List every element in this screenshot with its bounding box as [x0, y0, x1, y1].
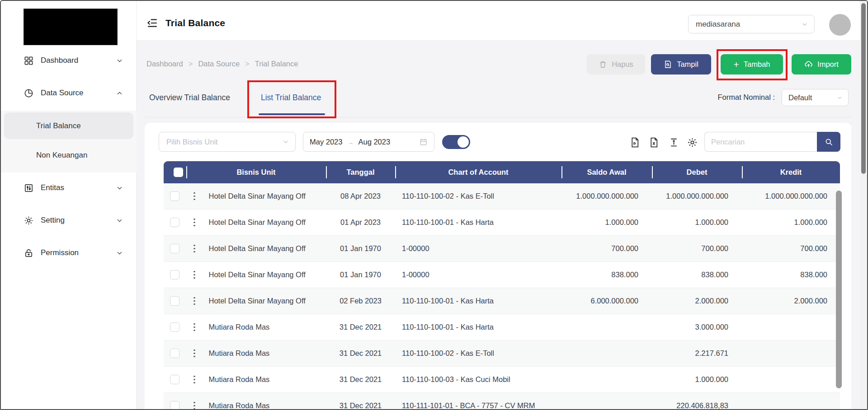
- row-kebab-menu-icon[interactable]: [191, 269, 198, 281]
- sidebar-item-data-source[interactable]: Data Source: [1, 83, 137, 103]
- bisnis-unit-cell: Hotel Delta Sinar Mayang Off: [209, 270, 306, 279]
- debet-cell: 2.000.000: [652, 297, 742, 305]
- tanggal-cell: 01 Jan 1970: [326, 244, 395, 253]
- delete-button-label: Hapus: [612, 60, 633, 69]
- row-kebab-menu-icon[interactable]: [191, 217, 198, 228]
- debet-cell: 1.000.000.000.000: [652, 192, 742, 200]
- sidebar-item-trial-balance[interactable]: Trial Balance: [4, 112, 133, 139]
- breadcrumb-separator: >: [189, 60, 193, 68]
- sidebar-item-non-keuangan[interactable]: Non Keuangan: [36, 148, 87, 163]
- debet-cell: 2.217.671: [652, 349, 742, 358]
- chevron-down-icon: [837, 95, 843, 101]
- tab-label: Overview Trial Balance: [149, 93, 230, 102]
- window-scrollbar-thumb[interactable]: [861, 3, 866, 174]
- sidebar-item-setting[interactable]: Setting: [1, 210, 137, 230]
- business-unit-placeholder: Pilih Bisnis Unit: [166, 138, 218, 146]
- row-checkbox[interactable]: [170, 218, 179, 227]
- kredit-cell: 838.000: [742, 270, 840, 279]
- toggle-switch[interactable]: [442, 135, 470, 149]
- breadcrumb-separator: >: [245, 60, 250, 68]
- row-kebab-menu-icon[interactable]: [191, 321, 198, 333]
- row-kebab-menu-icon[interactable]: [191, 400, 198, 410]
- tanggal-cell: 31 Dec 2021: [326, 375, 395, 384]
- breadcrumb-item[interactable]: Trial Balance: [255, 60, 298, 68]
- table-row: Mutiara Roda Mas 31 Dec 2021 110-110-100…: [164, 314, 840, 340]
- sidebar-item-entitas[interactable]: Entitas: [1, 178, 137, 198]
- toggle-knob: [458, 136, 469, 148]
- search-input[interactable]: [704, 132, 817, 152]
- format-nominal-select[interactable]: Default: [782, 89, 849, 106]
- export-excel-icon[interactable]: [648, 137, 660, 148]
- date-range-picker[interactable]: May 2023 → Aug 2023: [303, 132, 434, 152]
- delete-button[interactable]: Hapus: [587, 54, 645, 75]
- export-pdf-icon[interactable]: [629, 137, 641, 148]
- row-kebab-menu-icon[interactable]: [191, 374, 198, 386]
- tab-list-trial-balance[interactable]: List Trial Balance: [261, 91, 321, 104]
- table-settings-gear-icon[interactable]: [687, 137, 698, 148]
- format-nominal-label: Format Nominal :: [697, 93, 775, 102]
- format-nominal-value: Default: [788, 93, 812, 102]
- column-header-bisnis-unit: Bisnis Unit: [186, 161, 326, 183]
- dashboard-grid-icon: [24, 56, 34, 66]
- business-unit-select[interactable]: Pilih Bisnis Unit: [159, 132, 296, 152]
- import-button-label: Import: [817, 60, 839, 69]
- cloud-upload-icon: [804, 60, 813, 69]
- tanggal-cell: 31 Dec 2021: [326, 349, 395, 358]
- show-button-label: Tampil: [677, 60, 698, 69]
- breadcrumb: Dashboard > Data Source > Trial Balance: [146, 60, 298, 68]
- chart-of-account-cell: 110-110-100-02 - Kas E-Toll: [395, 349, 561, 358]
- trash-icon: [599, 60, 607, 69]
- row-checkbox[interactable]: [170, 375, 179, 384]
- table-row: Hotel Delta Sinar Mayang Off 01 Jan 1970…: [164, 262, 840, 288]
- show-button[interactable]: Tampil: [651, 54, 711, 75]
- row-checkbox[interactable]: [170, 244, 179, 253]
- row-checkbox[interactable]: [170, 322, 179, 332]
- sidebar-item-permission[interactable]: Permission: [1, 243, 137, 263]
- row-kebab-menu-icon[interactable]: [191, 243, 198, 255]
- debet-cell: 838.000: [652, 270, 742, 279]
- app-window: Dashboard Data Source Trial Balance Non …: [0, 0, 868, 410]
- table-scrollbar-thumb[interactable]: [836, 191, 842, 388]
- row-checkbox[interactable]: [170, 296, 179, 306]
- row-kebab-menu-icon[interactable]: [191, 191, 198, 202]
- select-all-checkbox[interactable]: [174, 168, 183, 177]
- sidebar-item-label: Entitas: [41, 183, 116, 192]
- row-checkbox[interactable]: [170, 349, 179, 358]
- table-row: Mutiara Roda Mas 31 Dec 2021 110-110-100…: [164, 367, 840, 393]
- debet-cell: 1.000.000: [652, 375, 742, 384]
- chart-of-account-cell: 110-111-101-01 - BCA - 7757 - CV MRM: [395, 401, 561, 410]
- menu-fold-icon[interactable]: [146, 17, 158, 29]
- tab-overview-trial-balance[interactable]: Overview Trial Balance: [149, 91, 230, 104]
- search-button[interactable]: [817, 132, 840, 152]
- table-row: Hotel Delta Sinar Mayang Off 02 Feb 2023…: [164, 288, 840, 314]
- row-kebab-menu-icon[interactable]: [191, 348, 198, 359]
- row-checkbox[interactable]: [170, 270, 179, 280]
- row-height-icon[interactable]: [668, 137, 679, 148]
- column-header-kredit: Kredit: [742, 161, 840, 183]
- bisnis-unit-cell: Mutiara Roda Mas: [209, 375, 270, 384]
- import-button[interactable]: Import: [792, 54, 851, 75]
- add-button-label: Tambah: [744, 60, 770, 69]
- breadcrumb-item[interactable]: Data Source: [198, 60, 240, 68]
- table-row: Mutiara Roda Mas 31 Dec 2021 110-110-100…: [164, 340, 840, 367]
- breadcrumb-item[interactable]: Dashboard: [146, 60, 183, 68]
- table-header-row: Bisnis Unit Tanggal Chart of Account Sal…: [164, 161, 840, 183]
- workspace-select[interactable]: mediasarana: [688, 15, 815, 33]
- saldo-awal-cell: 1.000.000: [561, 218, 652, 227]
- calendar-icon: [419, 138, 428, 146]
- workspace-select-value: mediasarana: [696, 20, 740, 29]
- debet-cell: 220.406.818,83: [652, 401, 742, 410]
- row-checkbox[interactable]: [170, 401, 179, 410]
- add-button[interactable]: + Tambah: [721, 54, 783, 75]
- sidebar-item-dashboard[interactable]: Dashboard: [1, 51, 137, 70]
- user-avatar[interactable]: [829, 14, 851, 36]
- row-kebab-menu-icon[interactable]: [191, 295, 198, 307]
- saldo-awal-cell: 700.000: [561, 244, 652, 253]
- lock-icon: [24, 248, 34, 258]
- row-checkbox[interactable]: [170, 191, 179, 201]
- sidebar-item-label: Permission: [41, 248, 116, 257]
- saldo-awal-cell: 6.000.000.000: [561, 297, 652, 305]
- chart-of-account-cell: 110-110-100-03 - Kas Cuci Mobil: [395, 375, 561, 384]
- sidebar-item-label: Dashboard: [41, 56, 116, 65]
- window-scrollbar[interactable]: [860, 1, 867, 409]
